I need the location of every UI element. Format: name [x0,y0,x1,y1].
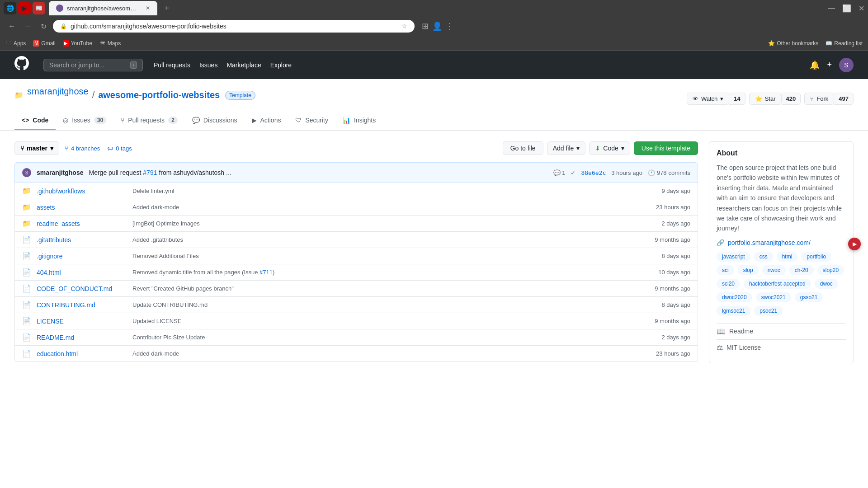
profile-btn[interactable]: 👤 [432,21,442,31]
minimize-btn[interactable]: — [828,4,835,13]
tags-link[interactable]: 🏷 0 tags [107,145,132,152]
menu-btn[interactable]: ⋮ [446,21,454,31]
file-name-link[interactable]: 404.html [37,269,127,276]
code-btn[interactable]: ⬇ Code ▾ [589,141,630,155]
commit-pr-suffix: from ashuydv/ashutosh [159,169,224,176]
github-page: Search or jump to... / Pull requests Iss… [0,51,868,488]
template-badge: Template [225,91,255,100]
go-to-file-btn[interactable]: Go to file [503,141,543,155]
new-tab-btn[interactable]: + [161,2,173,15]
repo-name-link[interactable]: awesome-portfolio-websites [98,90,220,100]
topic-dwoc2020[interactable]: dwoc2020 [717,292,752,302]
commit-hash-link[interactable]: 88e6e2c [581,169,606,176]
issue-link[interactable]: #711 [259,269,273,276]
file-name-link[interactable]: .gitignore [37,253,127,260]
other-bookmarks[interactable]: ⭐ Other bookmarks [768,40,818,47]
add-file-btn[interactable]: Add file ▾ [547,141,586,155]
topic-slop20[interactable]: slop20 [817,265,844,275]
tab-pull-requests[interactable]: ⑂ Pull requests 2 [113,111,185,130]
nav-marketplace[interactable]: Marketplace [226,61,261,69]
close-btn[interactable]: ✕ [859,4,864,13]
file-name-link[interactable]: CODE_OF_CONDUCT.md [37,285,127,292]
repo-owner-link[interactable]: smaranjitghose [27,86,89,97]
commit-count[interactable]: 🕐 978 commits [648,169,690,176]
tab-actions[interactable]: ▶ Actions [245,111,288,130]
pinned-tab-youtube[interactable]: ▶ [18,2,31,14]
topic-portfolio[interactable]: portfolio [801,252,831,262]
branch-selector[interactable]: ⑂ master ▾ [14,141,59,155]
topic-slop[interactable]: slop [738,265,759,275]
new-btn[interactable]: + [827,60,832,70]
gmail-icon: M [33,40,39,47]
watch-count[interactable]: 14 [729,93,745,105]
refresh-btn[interactable]: ↻ [38,20,49,33]
tab-discussions[interactable]: 💬 Discussions [185,111,245,130]
pinned-tab-3[interactable]: 📰 [33,2,45,14]
back-btn[interactable]: ← [5,20,18,32]
file-row-404: 📄 404.html Removed dynamic title from al… [15,264,698,281]
star-count[interactable]: 420 [782,93,801,105]
extensions-btn[interactable]: ⊞ [422,21,429,31]
tab-code[interactable]: <> Code [14,111,56,130]
nav-explore[interactable]: Explore [270,61,292,69]
gh-search-box[interactable]: Search or jump to... / [43,59,143,71]
topic-ch20[interactable]: ch-20 [789,265,814,275]
topic-nwoc[interactable]: nwoc [762,265,786,275]
commit-author[interactable]: smaranjitghose [37,169,83,176]
topic-dwoc[interactable]: dwoc [815,279,838,289]
file-name-link[interactable]: LICENSE [37,318,127,325]
forward-btn[interactable]: → [22,20,34,32]
topic-lgmsoc21[interactable]: lgmsoc21 [717,306,750,316]
tab-insights[interactable]: 📊 Insights [335,111,383,130]
watch-btn[interactable]: 👁 Watch ▾ [687,93,729,105]
bookmark-maps[interactable]: 🗺 Maps [99,40,121,47]
bookmark-youtube[interactable]: ▶ YouTube [63,40,92,47]
floating-action-btn[interactable]: ▶ [848,238,861,250]
topic-hacktoberfest[interactable]: hacktoberfest-accepted [744,279,811,289]
topic-swoc2021[interactable]: swoc2021 [756,292,791,302]
commit-pr-link[interactable]: #791 [143,169,157,176]
star-btn[interactable]: ⭐ Star [749,93,782,105]
topic-sci20[interactable]: sci20 [717,279,740,289]
branches-link[interactable]: ⑂ 4 branches [65,145,100,152]
branch-bar: ⑂ master ▾ ⑂ 4 branches 🏷 0 tags [14,141,698,155]
readme-link[interactable]: 📖 Readme [717,323,846,339]
file-name-link[interactable]: CONTRIBUTING.md [37,301,127,309]
file-name-link[interactable]: .github/workflows [37,188,127,195]
nav-pull-requests[interactable]: Pull requests [154,61,190,69]
address-bar[interactable]: 🔒 github.com/smaranjitghose/awesome-port… [53,20,415,33]
tab-close-btn[interactable]: ✕ [146,5,150,11]
pinned-tab-1[interactable]: 🌐 [4,2,16,14]
file-name-link[interactable]: assets [37,204,127,211]
maximize-btn[interactable]: ⬜ [842,4,851,13]
tab-favicon [56,5,63,12]
bookmark-gmail[interactable]: M Gmail [33,40,55,47]
tab-issues[interactable]: ◎ Issues 30 [56,111,113,130]
topic-sci[interactable]: sci [717,265,734,275]
active-browser-tab[interactable]: smaranjitghose/awesome-portfo... ✕ [49,1,157,15]
dir-icon: 📁 [22,187,31,195]
fork-count[interactable]: 497 [834,93,854,105]
nav-issues[interactable]: Issues [199,61,217,69]
file-name-link[interactable]: .gitattributes [37,236,127,244]
notification-btn[interactable]: 🔔 [810,60,820,70]
license-link[interactable]: ⚖ MIT License [717,339,846,356]
topic-psoc21[interactable]: psoc21 [754,306,783,316]
reading-list[interactable]: 📖 Reading list [826,40,863,47]
file-name-link[interactable]: README.md [37,334,127,341]
gh-logo[interactable] [14,56,29,74]
use-template-btn[interactable]: Use this template [634,141,698,155]
issues-count: 30 [94,117,106,124]
file-name-link[interactable]: readme_assets [37,220,127,227]
topic-css[interactable]: css [754,252,773,262]
topic-javascript[interactable]: javascript [717,252,750,262]
about-website-link[interactable]: 🔗 portfolio.smaranjitghose.com/ [717,239,846,246]
topic-gsso21[interactable]: gsso21 [795,292,823,302]
topic-html[interactable]: html [777,252,798,262]
user-avatar[interactable]: S [839,58,854,72]
bookmark-apps[interactable]: ⋮⋮ Apps [5,40,26,47]
tab-security[interactable]: 🛡 Security [288,111,335,130]
bookmark-star[interactable]: ☆ [401,23,407,30]
fork-btn[interactable]: ⑂ Fork [804,93,834,105]
file-name-link[interactable]: education.html [37,350,127,357]
